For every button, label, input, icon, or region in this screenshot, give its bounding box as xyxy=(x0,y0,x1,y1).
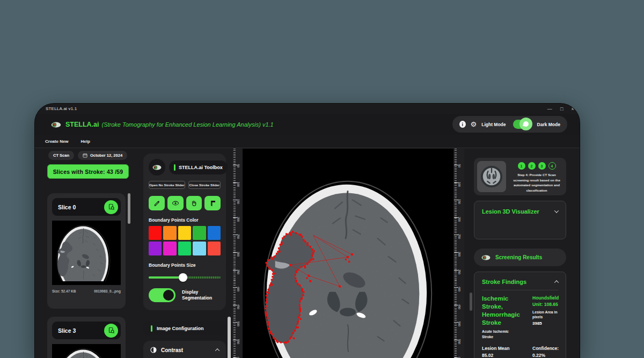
boundary-size-thumb[interactable] xyxy=(179,273,187,282)
gear-icon[interactable]: ⚙ xyxy=(471,121,477,128)
chevron-up-icon[interactable] xyxy=(554,280,559,284)
accent-bar xyxy=(151,325,152,332)
hounsfield-unit: Houndsfield Unit: 108.65 xyxy=(532,295,559,308)
color-swatch-4[interactable] xyxy=(208,226,221,240)
color-swatch-8[interactable] xyxy=(193,242,206,255)
boundary-color-swatches xyxy=(149,226,221,255)
toolbox-panel: STELLA.ai Toolbox Open No Stroke Slider … xyxy=(136,149,232,358)
menu-bar: Create New Help xyxy=(35,135,580,148)
color-swatch-1[interactable] xyxy=(163,226,176,240)
hand-tool-button[interactable] xyxy=(186,196,202,210)
lesion-3d-visualizer-card[interactable]: Lesion 3D Visualizer xyxy=(474,201,566,239)
color-swatch-6[interactable] xyxy=(163,242,176,255)
color-swatch-9[interactable] xyxy=(208,242,221,255)
boundary-size-slider[interactable] xyxy=(149,273,221,282)
minimize-button[interactable]: — xyxy=(547,106,552,112)
vertical-ruler-left: 50100150200250300350400450500550600 xyxy=(232,149,243,358)
toggle-knob xyxy=(519,118,532,130)
step-circle-2: 2 xyxy=(528,162,536,170)
close-button[interactable]: × xyxy=(572,106,574,112)
slice-title: Slice 3 xyxy=(58,327,76,334)
chevron-down-icon[interactable] xyxy=(554,208,559,213)
eye-tool-button[interactable] xyxy=(167,196,184,210)
display-segmentation-label: Display Segmentation xyxy=(182,289,215,301)
inspect-slice-icon[interactable] xyxy=(104,324,118,338)
visualizer-title: Lesion 3D Visualizer xyxy=(482,208,539,215)
color-swatch-7[interactable] xyxy=(178,242,191,255)
window-title: STELLA.ai v1.1 xyxy=(46,106,77,111)
color-swatch-2[interactable] xyxy=(178,226,191,240)
toggle-knob xyxy=(163,290,174,301)
slice-card-3[interactable]: Slice 3 xyxy=(47,317,126,358)
scan-date-badge: October 12, 2024 xyxy=(78,151,127,160)
info-icon[interactable]: i xyxy=(459,121,466,128)
slices-with-stroke-button[interactable]: Slices with Stroke: 43 /59 xyxy=(47,164,129,179)
close-stroke-slider-button[interactable]: Close Stroke Slider xyxy=(188,181,221,189)
light-mode-label: Light Mode xyxy=(481,122,506,127)
scan-date: October 12, 2024 xyxy=(90,153,122,158)
inspect-slice-icon[interactable] xyxy=(104,200,118,214)
lesion-area-value: 3985 xyxy=(532,321,559,326)
stroke-findings-card: Stroke Findings Ischemic Stroke, Hemorrh… xyxy=(474,272,566,358)
toolbox-card: STELLA.ai Toolbox Open No Stroke Slider … xyxy=(143,154,226,310)
confidence-value: 0.22% xyxy=(532,352,562,358)
stella-logo-icon xyxy=(149,159,165,176)
display-segmentation-toggle[interactable] xyxy=(149,288,175,302)
eye-icon xyxy=(172,200,179,207)
contrast-section[interactable]: Contrast xyxy=(143,341,226,358)
ct-scan-image xyxy=(243,149,453,358)
pencil-tool-button[interactable] xyxy=(149,196,165,210)
vertical-ruler-right: 50100150200250300350400450500550600 xyxy=(453,149,464,358)
slice-card-0[interactable]: Slice 0 Size: 52.47 KB 0019983_0...png xyxy=(47,193,126,309)
ruler-icon xyxy=(209,200,216,207)
contrast-label: Contrast xyxy=(161,347,183,353)
stella-logo-icon xyxy=(51,122,61,128)
slice-title: Slice 0 xyxy=(58,204,76,210)
boundary-color-label: Boundary Points Color xyxy=(149,217,221,223)
dark-mode-toggle[interactable] xyxy=(513,120,530,129)
screening-results-header: Screening Results xyxy=(474,249,566,266)
results-scrollbar[interactable] xyxy=(470,293,472,311)
confidence-label: Confidence: xyxy=(532,345,570,352)
step-circle-4: 4 xyxy=(548,162,556,170)
slider-fill xyxy=(149,276,183,279)
title-bar: STELLA.ai v1.1 — □ × xyxy=(35,104,580,114)
slice-thumbnail[interactable] xyxy=(52,221,121,285)
display-mode-pill: i ⚙ Light Mode Dark Mode xyxy=(452,116,567,133)
stroke-classification: Ischemic Stroke, Hemorrhagic Stroke xyxy=(482,295,530,327)
calendar-icon xyxy=(83,153,87,158)
color-swatch-0[interactable] xyxy=(149,226,162,240)
screening-results-title: Screening Results xyxy=(495,254,542,260)
color-swatch-5[interactable] xyxy=(149,242,162,255)
pencil-icon xyxy=(153,200,160,207)
image-configuration-header: Image Configuration xyxy=(143,321,226,335)
color-swatch-3[interactable] xyxy=(193,226,206,240)
app-window: STELLA.ai v1.1 — □ × STELLA.ai (Stroke T… xyxy=(35,104,580,358)
open-no-stroke-slider-button[interactable]: Open No Stroke Slider xyxy=(149,181,185,189)
step-indicator: 1234 xyxy=(518,162,556,170)
brain-thumbnail xyxy=(477,161,506,192)
stroke-sub-classification: Acute Ischemic Stroke xyxy=(482,329,519,340)
stella-logo-icon xyxy=(481,255,491,260)
lesion-area-label: Lesion Area in pixels xyxy=(532,310,559,320)
slice-file-size: Size: 52.47 KB xyxy=(52,289,76,293)
slice-sidebar: CT Scan October 12, 2024 Slices with Str… xyxy=(42,149,133,358)
lesion-mean-value: 85.02 xyxy=(482,352,511,358)
toolbox-scrollbar[interactable] xyxy=(228,317,231,358)
contrast-icon xyxy=(150,347,157,353)
step-circle-3: 3 xyxy=(538,162,546,170)
menu-create-new[interactable]: Create New xyxy=(45,139,69,144)
sidebar-scrollbar[interactable] xyxy=(128,193,130,224)
menu-help[interactable]: Help xyxy=(81,139,90,144)
slice-thumbnail[interactable] xyxy=(52,344,121,358)
step-circle-1: 1 xyxy=(518,162,525,170)
dark-mode-label: Dark Mode xyxy=(537,122,560,127)
divider xyxy=(482,290,558,290)
maximize-button[interactable]: □ xyxy=(560,106,564,112)
accent-bar xyxy=(174,164,175,171)
ruler-tool-button[interactable] xyxy=(204,196,221,210)
ct-image-viewport[interactable] xyxy=(243,149,453,358)
lesion-mean-label: Lesion Mean xyxy=(482,345,511,352)
results-panel: 1234 Step 4: Provide CT Scan screening r… xyxy=(470,149,580,358)
chevron-up-icon[interactable] xyxy=(215,348,219,353)
